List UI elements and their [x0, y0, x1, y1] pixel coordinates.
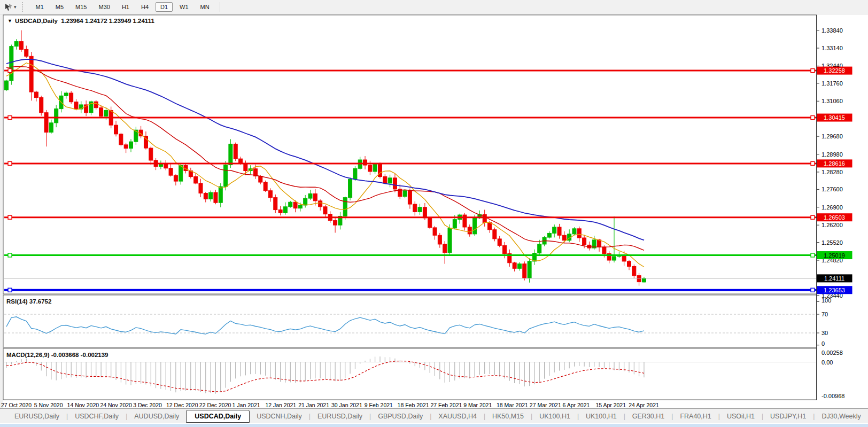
svg-text:1.33140: 1.33140 — [821, 45, 843, 51]
price-label-badge-1.25019: 1.25019 — [817, 251, 852, 259]
chart-tab-GER30-H1[interactable]: GER30,H1 — [625, 410, 671, 422]
price-chart-canvas[interactable]: 1.338401.331401.324401.317601.310601.303… — [0, 14, 868, 408]
price-label-badge-1.26503: 1.26503 — [817, 213, 852, 221]
svg-text:0: 0 — [821, 340, 825, 347]
timeframe-toolbar: ▾ M1M5M15M30H1H4D1W1MN — [0, 0, 868, 14]
pointer-tool-button[interactable]: ▾ — [2, 2, 19, 12]
timeframe-button-M15[interactable]: M15 — [71, 2, 91, 12]
svg-text:21 Jan 2021: 21 Jan 2021 — [298, 402, 329, 408]
chart-tab-EURUSD-Daily[interactable]: EURUSD,Daily — [311, 410, 369, 422]
svg-text:5 Nov 2020: 5 Nov 2020 — [34, 402, 63, 408]
timeframe-button-H4[interactable]: H4 — [136, 2, 153, 12]
svg-text:12 Dec 2020: 12 Dec 2020 — [166, 402, 198, 408]
chart-tab-USOil-H1[interactable]: USOil,H1 — [720, 410, 762, 422]
svg-text:14 Nov 2020: 14 Nov 2020 — [67, 402, 99, 408]
svg-text:1.28616: 1.28616 — [824, 160, 845, 167]
svg-text:70: 70 — [821, 311, 828, 317]
svg-text:-0.00968: -0.00968 — [821, 393, 844, 399]
svg-text:12 Jan 2021: 12 Jan 2021 — [265, 402, 296, 408]
svg-text:1.28280: 1.28280 — [821, 169, 843, 175]
svg-text:1.27600: 1.27600 — [821, 186, 843, 192]
svg-text:1.31060: 1.31060 — [821, 98, 843, 104]
svg-text:18 Feb 2021: 18 Feb 2021 — [398, 402, 429, 408]
svg-text:30 Jan 2021: 30 Jan 2021 — [331, 402, 362, 408]
svg-text:1.26900: 1.26900 — [821, 204, 843, 211]
svg-text:1.25019: 1.25019 — [824, 252, 845, 259]
svg-text:100: 100 — [821, 297, 831, 304]
price-label-badge-1.28616: 1.28616 — [817, 159, 852, 167]
status-strip — [0, 423, 868, 427]
timeframe-button-M1[interactable]: M1 — [31, 2, 49, 12]
chart-tab-USDCAD-Daily[interactable]: USDCAD,Daily — [186, 410, 250, 423]
toolbar-separator — [220, 2, 220, 12]
price-label-badge-1.24111: 1.24111 — [817, 274, 852, 282]
chart-tab-bar: EURUSD,Daily|USDCHF,Daily|AUDUSD,DailyUS… — [0, 408, 868, 423]
chart-tab-XAUUSD-H4[interactable]: XAUUSD,H4 — [431, 410, 484, 422]
svg-text:1.29680: 1.29680 — [821, 133, 843, 139]
svg-text:1.24111: 1.24111 — [824, 275, 844, 282]
dropdown-caret-icon: ▾ — [14, 4, 17, 10]
chart-tab-USDCHF-Daily[interactable]: USDCHF,Daily — [68, 410, 126, 422]
svg-text:24 Apr 2021: 24 Apr 2021 — [629, 402, 659, 408]
svg-text:9 Mar 2021: 9 Mar 2021 — [463, 402, 492, 408]
chart-tab-UK100-H1[interactable]: UK100,H1 — [579, 410, 624, 422]
price-label-badge-1.32258: 1.32258 — [817, 67, 852, 75]
svg-text:1.28980: 1.28980 — [821, 151, 843, 158]
svg-text:22 Dec 2020: 22 Dec 2020 — [199, 402, 231, 408]
macd-indicator-label: MACD(12,26,9) -0.003668 -0.002139 — [6, 352, 108, 358]
svg-text:1.33840: 1.33840 — [821, 27, 843, 34]
svg-text:0.00258: 0.00258 — [821, 350, 843, 356]
chart-collapse-icon[interactable]: ▼ — [7, 18, 12, 24]
timeframe-button-H1[interactable]: H1 — [117, 2, 134, 12]
svg-text:9 Feb 2021: 9 Feb 2021 — [365, 402, 393, 408]
chart-tab-USDJPY-H1[interactable]: USDJPY,H1 — [763, 410, 813, 422]
svg-text:1 Jan 2021: 1 Jan 2021 — [232, 402, 260, 408]
svg-text:1.25520: 1.25520 — [821, 239, 843, 246]
mt4-window: ▾ M1M5M15M30H1H4D1W1MN 1.338401.331401.3… — [0, 0, 868, 427]
chart-tab-USDCNH-Daily[interactable]: USDCNH,Daily — [250, 410, 309, 422]
chart-tab-HK50-M15[interactable]: HK50,M15 — [485, 410, 531, 422]
svg-text:6 Apr 2021: 6 Apr 2021 — [563, 402, 590, 408]
timeframe-button-MN[interactable]: MN — [196, 2, 214, 12]
chart-tab-FRA40-H1[interactable]: FRA40,H1 — [673, 410, 718, 422]
svg-text:1.32258: 1.32258 — [824, 67, 845, 74]
svg-text:1.31760: 1.31760 — [821, 80, 843, 87]
chart-title: ▼ USDCAD,Daily 1.23964 1.24172 1.23949 1… — [7, 18, 154, 24]
svg-text:1.30415: 1.30415 — [824, 114, 845, 121]
chart-tab-DJ30-Weekly[interactable]: DJ30,Weekly — [815, 410, 867, 422]
svg-text:27 Feb 2021: 27 Feb 2021 — [430, 402, 462, 408]
chart-title-text: USDCAD,Daily 1.23964 1.24172 1.23949 1.2… — [15, 18, 154, 24]
chart-tab-UK100-H1[interactable]: UK100,H1 — [532, 410, 577, 422]
timeframe-button-M30[interactable]: M30 — [94, 2, 115, 12]
chart-tab-EURUSD-Daily[interactable]: EURUSD,Daily — [7, 410, 66, 422]
timeframe-button-M5[interactable]: M5 — [51, 2, 68, 12]
svg-text:1.23653: 1.23653 — [824, 287, 845, 293]
svg-text:18 Mar 2021: 18 Mar 2021 — [497, 402, 528, 408]
svg-text:27 Oct 2020: 27 Oct 2020 — [1, 402, 32, 408]
toolbar-grip[interactable] — [22, 2, 26, 12]
svg-text:1.26200: 1.26200 — [821, 222, 843, 228]
price-label-badge-1.23653: 1.23653 — [817, 286, 852, 294]
svg-text:30: 30 — [821, 330, 828, 336]
svg-text:3 Dec 2020: 3 Dec 2020 — [133, 402, 162, 408]
svg-text:24 Nov 2020: 24 Nov 2020 — [100, 402, 132, 408]
svg-text:15 Apr 2021: 15 Apr 2021 — [595, 402, 626, 408]
chart-tab-GBPUSD-Daily[interactable]: GBPUSD,Daily — [371, 410, 430, 422]
chart-pointer-icon — [4, 3, 13, 11]
svg-text:1.26503: 1.26503 — [824, 214, 845, 221]
price-label-badge-1.30415: 1.30415 — [817, 114, 852, 122]
svg-text:27 Mar 2021: 27 Mar 2021 — [530, 402, 561, 408]
svg-text:0.00: 0.00 — [821, 359, 833, 366]
timeframe-button-D1[interactable]: D1 — [156, 2, 173, 12]
rsi-indicator-label: RSI(14) 37.6752 — [6, 298, 51, 305]
chart-tab-AUDUSD-Daily[interactable]: AUDUSD,Daily — [127, 410, 186, 422]
timeframe-button-W1[interactable]: W1 — [175, 2, 193, 12]
